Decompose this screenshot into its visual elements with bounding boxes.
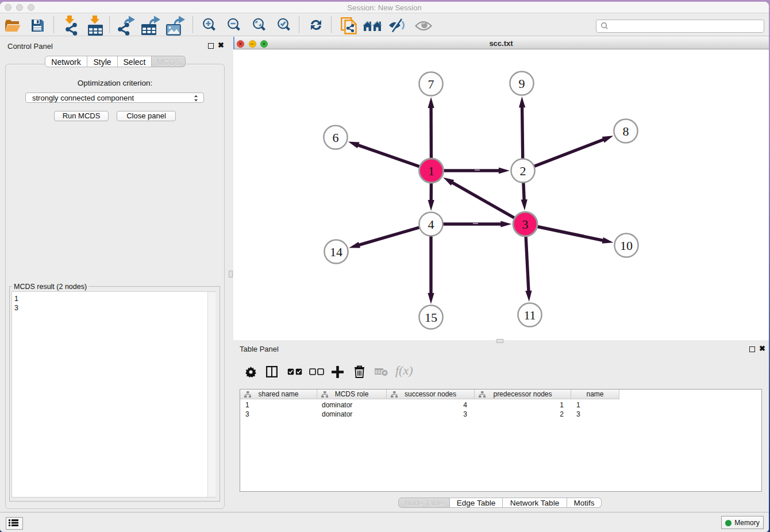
- svg-text:15: 15: [425, 310, 437, 325]
- svg-text:8: 8: [623, 124, 629, 138]
- svg-text:2: 2: [520, 164, 526, 178]
- svg-text:11: 11: [523, 308, 536, 322]
- svg-text:7: 7: [428, 77, 434, 91]
- svg-text:9: 9: [519, 76, 525, 91]
- svg-text:14: 14: [330, 245, 342, 259]
- svg-text:4: 4: [428, 217, 434, 232]
- svg-text:1: 1: [428, 164, 434, 178]
- svg-text:3: 3: [522, 217, 529, 232]
- svg-text:6: 6: [333, 130, 339, 145]
- svg-text:10: 10: [620, 238, 633, 253]
